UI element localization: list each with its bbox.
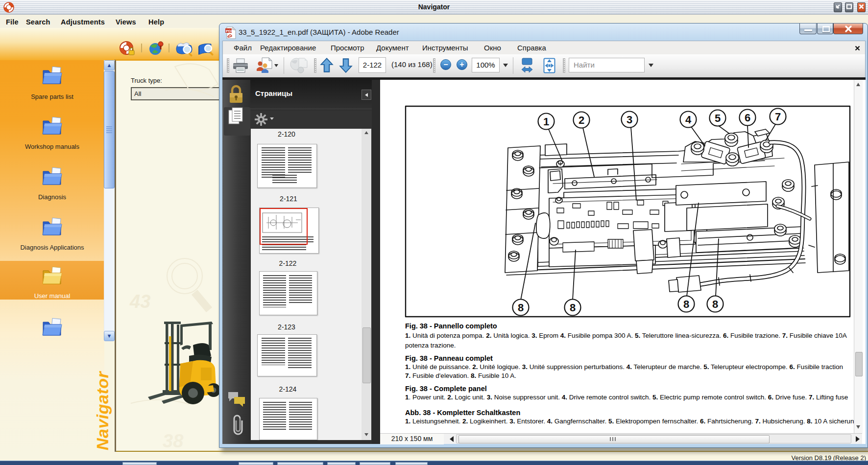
svg-text:38: 38 xyxy=(163,431,184,451)
svg-text:7: 7 xyxy=(775,111,781,123)
svg-text:5: 5 xyxy=(715,112,721,124)
svg-text:3: 3 xyxy=(627,114,632,126)
svg-text:PDF: PDF xyxy=(226,29,234,33)
svg-text:8: 8 xyxy=(683,298,689,310)
svg-text:8: 8 xyxy=(570,302,576,314)
svg-text:6: 6 xyxy=(745,112,750,124)
svg-text:4: 4 xyxy=(685,114,692,126)
svg-text:8: 8 xyxy=(518,302,524,314)
svg-text:1: 1 xyxy=(543,116,549,128)
svg-text:2: 2 xyxy=(579,114,584,126)
svg-text:43: 43 xyxy=(129,291,150,312)
svg-text:8: 8 xyxy=(712,298,718,310)
